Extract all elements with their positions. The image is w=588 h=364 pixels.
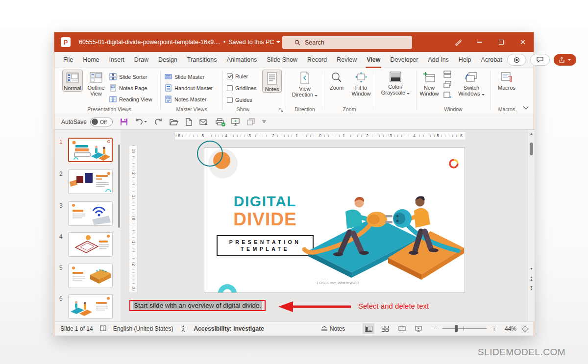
zoom-slider-thumb[interactable] — [455, 325, 458, 332]
slide-title-line-1[interactable]: DIGITAL — [222, 193, 308, 210]
maximize-button[interactable] — [490, 32, 512, 52]
move-split-icon[interactable] — [443, 91, 451, 98]
tab-acrobat[interactable]: Acrobat — [476, 52, 507, 68]
scrollbar-thumb[interactable] — [530, 143, 533, 155]
zoom-level[interactable]: 44% — [501, 325, 516, 332]
tab-design[interactable]: Design — [153, 52, 182, 68]
fit-to-window-button[interactable]: Fit to Window — [349, 70, 373, 97]
close-button[interactable]: ✕ — [512, 32, 534, 52]
ruler-checkbox[interactable]: Ruler — [227, 71, 256, 82]
tab-developer[interactable]: Developer — [385, 52, 423, 68]
open-file-button[interactable] — [170, 119, 178, 125]
thumbnail-6-art — [69, 295, 112, 318]
thumbnail-scrollbar[interactable] — [118, 145, 120, 228]
editing-pen-button[interactable] — [447, 32, 469, 52]
tab-home[interactable]: Home — [78, 52, 104, 68]
slide-sorter-toggle[interactable] — [379, 323, 391, 334]
slide-sorter-small-icon — [382, 326, 389, 332]
previous-slide-button[interactable]: ▲▲ — [528, 276, 535, 281]
reading-view-button[interactable]: Reading View — [109, 94, 152, 105]
scroll-down-icon[interactable]: ▼ — [528, 267, 535, 270]
tab-record[interactable]: Record — [302, 52, 332, 68]
thumbnail-slide-3[interactable]: 3 — [54, 201, 121, 227]
new-file-button[interactable] — [186, 118, 192, 126]
zoom-in-button[interactable]: + — [492, 325, 496, 333]
share-button[interactable] — [554, 54, 576, 66]
slide-title-line-2[interactable]: DIVIDE — [222, 209, 308, 230]
arrange-all-icon[interactable] — [443, 71, 451, 78]
tab-add-ins[interactable]: Add-ins — [423, 52, 453, 68]
guides-checkbox[interactable]: Guides — [227, 94, 256, 106]
email-button[interactable] — [199, 119, 208, 125]
tab-animations[interactable]: Animations — [222, 52, 262, 68]
gridlines-checkbox[interactable]: Gridlines — [227, 82, 256, 94]
thumbnail-slide-4[interactable]: 4 — [54, 232, 121, 258]
powerpoint-app-icon[interactable]: P — [61, 37, 71, 47]
slideshow-toggle[interactable] — [413, 323, 424, 334]
subtitle-line-1: PRESENTATION — [219, 239, 312, 245]
color-grayscale-button[interactable]: Color/ Grayscale — [378, 70, 413, 96]
zoom-out-button[interactable]: − — [433, 325, 437, 333]
notes-page-icon — [109, 84, 117, 92]
view-direction-button[interactable]: View Direction — [289, 70, 320, 97]
reading-view-toggle[interactable] — [396, 323, 408, 334]
thumbnail-slide-2[interactable]: 2 — [54, 170, 121, 195]
comments-button[interactable] — [530, 54, 550, 66]
tab-review[interactable]: Review — [332, 52, 362, 68]
slide-master-label: Slide Master — [174, 74, 204, 80]
tab-file[interactable]: File — [58, 52, 78, 68]
undo-button[interactable] — [135, 118, 147, 125]
next-slide-button[interactable]: ▼▼ — [528, 286, 535, 291]
outline-view-button[interactable]: Outline View — [85, 70, 107, 97]
autosave-toggle[interactable]: AutoSave Off — [61, 118, 113, 126]
normal-view-button[interactable]: Normal — [62, 70, 83, 92]
slide-editing-surface[interactable]: DIGITAL DIVIDE PRESENTATION TEMPLATE 1 C… — [204, 147, 465, 293]
record-button[interactable] — [507, 54, 526, 66]
save-button[interactable] — [120, 118, 128, 126]
save-status-dropdown[interactable]: Saved to this PC — [228, 39, 280, 46]
digital-divide-illustration[interactable] — [302, 173, 464, 287]
customize-qat-button[interactable] — [262, 121, 266, 123]
copy-button[interactable] — [247, 118, 255, 125]
search-input[interactable]: Search — [282, 36, 412, 49]
redo-button[interactable] — [154, 118, 162, 125]
tab-insert[interactable]: Insert — [104, 52, 129, 68]
scroll-up-icon[interactable]: ▲ — [528, 132, 535, 135]
notes-button[interactable]: Notes — [262, 70, 282, 93]
vertical-scrollbar[interactable]: ▲ ▼ ▲▲ ▼▼ — [527, 130, 535, 321]
handout-master-button[interactable]: Handout Master — [165, 82, 213, 94]
start-slideshow-button[interactable] — [231, 118, 240, 126]
thumbnail-slide-5[interactable]: 5 — [54, 264, 121, 289]
ruler-number: 5 — [435, 133, 441, 138]
normal-view-toggle[interactable] — [363, 323, 374, 334]
cascade-windows-icon[interactable] — [443, 81, 451, 88]
tab-help[interactable]: Help — [454, 52, 476, 68]
new-window-button[interactable]: New Window — [418, 70, 441, 97]
slide-subtitle-box[interactable]: PRESENTATION TEMPLATE — [217, 235, 314, 256]
notes-page-button[interactable]: Notes Page — [109, 82, 152, 94]
chevron-down-icon — [263, 121, 266, 123]
notes-toggle-button[interactable]: Notes — [321, 325, 345, 332]
slide-sorter-button[interactable]: Slide Sorter — [109, 71, 152, 82]
minimize-button[interactable] — [469, 32, 490, 52]
tab-slide-show[interactable]: Slide Show — [262, 52, 302, 68]
spellcheck-book-icon[interactable] — [100, 325, 106, 332]
notes-text-selected[interactable]: Start slide with an overview of digital … — [133, 301, 262, 310]
slide-master-button[interactable]: Slide Master — [165, 71, 213, 82]
notes-master-button[interactable]: Notes Master — [165, 94, 213, 105]
zoom-button[interactable]: Zoom — [326, 70, 347, 91]
show-dialog-launcher[interactable] — [279, 108, 284, 112]
language-indicator[interactable]: English (United States) — [113, 325, 173, 332]
switch-windows-button[interactable]: Switch Windows — [455, 70, 488, 97]
macros-button[interactable]: Macros — [495, 70, 518, 91]
accessibility-status[interactable]: Accessibility: Investigate — [194, 325, 264, 332]
zoom-slider[interactable] — [442, 328, 487, 329]
fit-slide-to-window-button[interactable] — [521, 325, 529, 333]
quick-print-button[interactable] — [216, 118, 224, 125]
thumbnail-slide-6[interactable]: 6 — [54, 294, 121, 320]
tab-draw[interactable]: Draw — [129, 52, 153, 68]
collapse-ribbon-button[interactable] — [523, 106, 529, 110]
tab-transitions[interactable]: Transitions — [182, 52, 222, 68]
tab-view[interactable]: View — [362, 52, 385, 68]
thumbnail-slide-1[interactable]: 1 — [54, 138, 121, 163]
